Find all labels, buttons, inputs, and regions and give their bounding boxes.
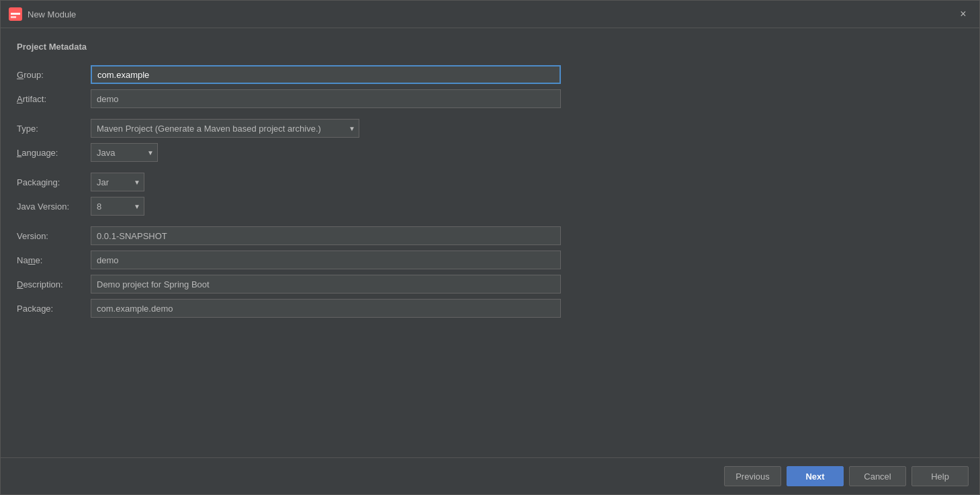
app-icon: [9, 7, 22, 21]
java-version-control: 8 11 17 21 ▼: [91, 194, 621, 218]
language-label: Language:: [17, 140, 91, 165]
name-control: [91, 248, 621, 272]
version-control: [91, 224, 621, 248]
language-select[interactable]: Java Kotlin Groovy: [91, 143, 158, 162]
package-input[interactable]: [91, 299, 561, 318]
version-label: Version:: [17, 224, 91, 248]
group-input[interactable]: [91, 65, 561, 84]
description-input[interactable]: [91, 275, 561, 294]
java-version-select[interactable]: 8 11 17 21: [91, 197, 144, 216]
section-title: Project Metadata: [17, 42, 963, 52]
package-label: Package:: [17, 296, 91, 320]
dialog-footer: Previous Next Cancel Help: [1, 457, 979, 494]
svg-rect-2: [11, 16, 16, 18]
packaging-control: Jar War ▼: [91, 170, 621, 194]
type-select[interactable]: Maven Project (Generate a Maven based pr…: [91, 119, 359, 138]
java-version-label: Java Version:: [17, 194, 91, 218]
name-input[interactable]: [91, 251, 561, 269]
group-label: Group:: [17, 62, 91, 87]
svg-rect-1: [11, 13, 20, 15]
packaging-label: Packaging:: [17, 170, 91, 194]
dialog-title: New Module: [28, 9, 76, 19]
title-bar: New Module ×: [1, 1, 979, 28]
group-control: [91, 62, 621, 87]
name-label: Name:: [17, 248, 91, 272]
packaging-dropdown-wrapper: Jar War ▼: [91, 173, 144, 191]
artifact-input[interactable]: [91, 89, 561, 108]
type-label: Type:: [17, 116, 91, 140]
type-control: Maven Project (Generate a Maven based pr…: [91, 116, 621, 140]
cancel-button[interactable]: Cancel: [849, 466, 906, 486]
next-button[interactable]: Next: [787, 466, 844, 486]
form-grid: Group: Artifact: Type: Maven Project (Ge: [17, 62, 621, 320]
dialog-content: Project Metadata Group: Artifact: Type:: [1, 28, 979, 457]
description-label: Description:: [17, 272, 91, 296]
packaging-select[interactable]: Jar War: [91, 173, 144, 191]
title-bar-left: New Module: [9, 7, 76, 21]
artifact-label: Artifact:: [17, 87, 91, 111]
package-control: [91, 296, 621, 320]
artifact-control: [91, 87, 621, 111]
help-button[interactable]: Help: [911, 466, 969, 486]
description-control: [91, 272, 621, 296]
type-dropdown-wrapper: Maven Project (Generate a Maven based pr…: [91, 119, 359, 138]
language-control: Java Kotlin Groovy ▼: [91, 140, 621, 165]
new-module-dialog: New Module × Project Metadata Group: Art…: [0, 0, 980, 495]
version-input[interactable]: [91, 226, 561, 245]
close-button[interactable]: ×: [955, 6, 971, 22]
java-version-dropdown-wrapper: 8 11 17 21 ▼: [91, 197, 144, 216]
language-dropdown-wrapper: Java Kotlin Groovy ▼: [91, 143, 158, 162]
previous-button[interactable]: Previous: [724, 466, 781, 486]
